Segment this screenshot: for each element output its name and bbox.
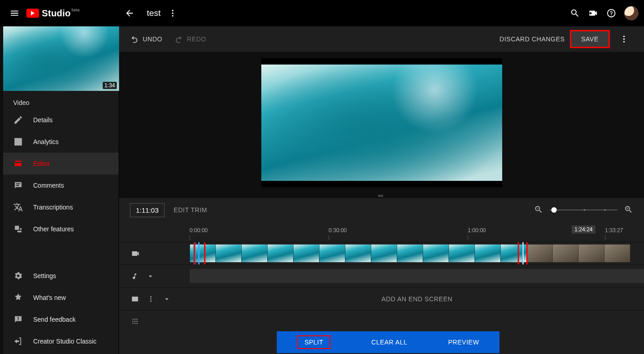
track-more-icon[interactable] [147,295,155,303]
edit-trim-button[interactable]: EDIT TRIM [174,206,207,214]
feedback-icon [13,314,23,324]
search-icon[interactable] [566,4,584,22]
preview-button[interactable]: PREVIEW [448,339,479,346]
ruler-mark: 0:00:00 [190,227,208,234]
zoom-in-icon[interactable] [624,205,633,215]
sidebar-item-other-features[interactable]: Other features [3,218,119,240]
timeline: 0:00:00 0:30:00 1:00:00 1:24:24 1:33:27 [119,222,644,354]
sidebar-item-label: Analytics [33,138,59,145]
svg-point-3 [623,36,624,37]
zoom-slider[interactable] [549,209,618,210]
sidebar-item-settings[interactable]: Settings [3,265,119,287]
hamburger-icon[interactable] [5,4,24,22]
svg-point-12 [132,320,133,321]
playhead[interactable] [198,242,200,264]
svg-point-2 [172,15,173,16]
sidebar-item-comments[interactable]: Comments [3,175,119,196]
sidebar: 1:34 Video Details Analytics Editor Comm… [3,26,119,354]
zoom-out-icon[interactable] [534,205,543,215]
sidebar-item-send-feedback[interactable]: Send feedback [3,309,119,330]
sidebar-item-label: Details [33,116,53,124]
save-button[interactable]: SAVE [571,31,609,47]
sidebar-item-classic[interactable]: Creator Studio Classic [3,330,119,352]
video-track-icon [131,249,140,258]
back-arrow-icon[interactable] [120,4,139,22]
analytics-icon [13,137,23,147]
gear-icon [13,271,23,281]
main-editor: UNDO REDO DISCARD CHANGES SAVE ═ 1:11:03… [119,26,644,354]
svg-point-4 [623,38,624,40]
account-avatar[interactable] [624,6,639,20]
split-button[interactable]: SPLIT [297,335,330,349]
page-more-icon[interactable] [164,4,182,22]
blur-track-icon [131,317,139,325]
timecode-field[interactable]: 1:11:03 [130,203,165,217]
sidebar-item-label: Editor [33,160,50,167]
audio-track [119,264,644,287]
sidebar-item-label: Transcriptions [33,204,73,211]
sidebar-item-label: Other features [33,225,74,233]
svg-point-1 [172,12,173,14]
page-title: test [147,8,161,18]
youtube-play-icon [26,9,39,18]
undo-button[interactable]: UNDO [130,35,162,44]
trim-end-handle[interactable] [523,242,524,264]
sidebar-item-details[interactable]: Details [3,109,119,131]
sidebar-item-label: Comments [33,182,64,189]
redo-label: REDO [187,35,206,43]
chevron-down-icon[interactable] [163,295,171,303]
blur-track-body[interactable] [190,310,644,332]
pencil-icon [13,115,23,125]
svg-point-16 [135,323,135,324]
audio-track-icon [131,273,138,280]
exit-icon [13,336,23,346]
chevron-down-icon[interactable] [146,272,155,280]
sidebar-item-label: Settings [33,272,56,279]
undo-icon [130,35,139,44]
translate-icon [13,202,23,212]
whatsnew-icon [13,293,23,303]
redo-button[interactable]: REDO [174,35,206,44]
preview-area [119,52,644,194]
ruler-active-marker: 1:24:24 [572,225,595,234]
redo-icon [174,35,183,44]
toolbar-more-icon[interactable] [615,30,633,48]
svg-point-11 [136,319,137,319]
sidebar-section-label: Video [3,91,119,109]
timeline-ruler[interactable]: 0:00:00 0:30:00 1:00:00 1:24:24 1:33:27 [119,222,644,242]
create-video-icon[interactable] [584,4,602,22]
sidebar-item-analytics[interactable]: Analytics [3,131,119,153]
add-end-screen-button[interactable]: ADD AN END SCREEN [381,295,452,303]
logo-beta-badge: beta [71,8,80,12]
logo-text: Studio [42,8,70,19]
thumbnail-duration: 1:34 [103,82,117,89]
ruler-mark: 1:00:00 [468,227,486,234]
sidebar-item-label: What's new [33,294,66,301]
sidebar-item-label: Send feedback [33,316,75,323]
help-icon[interactable] [602,4,620,22]
blur-track [119,310,644,332]
ruler-mark: 0:30:00 [329,227,347,234]
sidebar-item-whats-new[interactable]: What's new [3,287,119,309]
undo-label: UNDO [143,35,162,43]
endscreen-track-body[interactable]: ADD AN END SCREEN [190,288,644,310]
video-preview[interactable] [261,58,502,187]
editor-toolbar: UNDO REDO DISCARD CHANGES SAVE [119,26,644,52]
breadcrumb: test [120,4,182,22]
svg-point-7 [150,298,152,299]
audio-track-body[interactable] [190,265,644,287]
panel-drag-handle[interactable]: ═ [119,194,644,198]
clear-all-button[interactable]: CLEAR ALL [371,339,407,346]
features-icon [13,224,23,234]
app-header: Studio beta test [0,0,644,26]
video-track-body[interactable] [190,242,644,264]
sidebar-item-editor[interactable]: Editor [3,153,119,175]
svg-point-17 [136,323,137,324]
sidebar-item-transcriptions[interactable]: Transcriptions [3,196,119,218]
svg-point-0 [172,10,173,11]
video-thumbnail[interactable]: 1:34 [3,26,119,91]
svg-point-6 [150,296,152,298]
discard-changes-button[interactable]: DISCARD CHANGES [499,35,565,43]
timeline-controls: 1:11:03 EDIT TRIM [119,198,644,222]
youtube-studio-logo[interactable]: Studio beta [26,8,80,19]
